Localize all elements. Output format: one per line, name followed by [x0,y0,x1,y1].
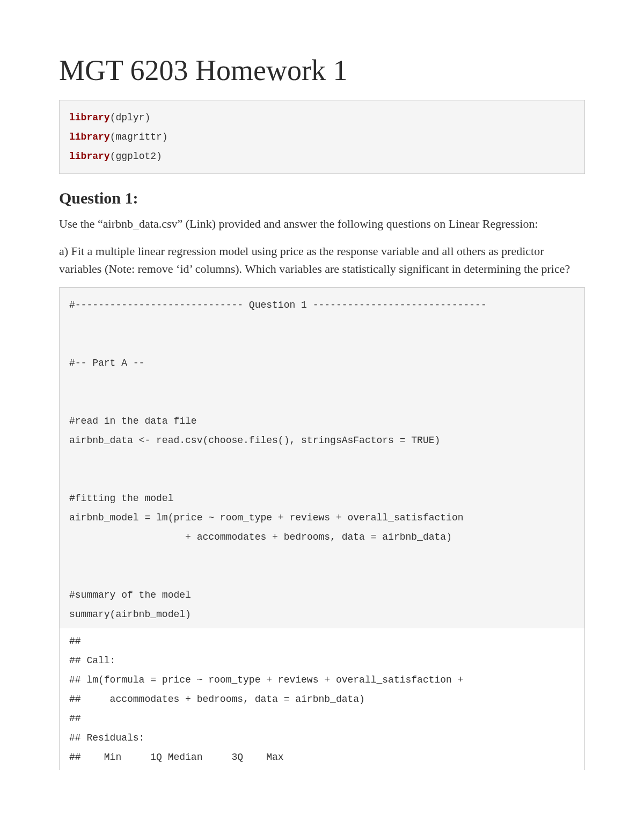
comment-part-a: #-- Part A -- [69,358,144,368]
code-lm-line1: airbnb_model = lm(price ~ room_type + re… [69,512,464,523]
pkg-magrittr: (magrittr) [110,132,168,142]
output-block: ## ## Call: ## lm(formula = price ~ room… [59,628,585,770]
pkg-ggplot2: (ggplot2) [110,151,162,162]
library-code-block: library(dplyr) library(magrittr) library… [59,100,585,174]
output-line: ## [69,636,86,647]
document-title: MGT 6203 Homework 1 [59,54,585,87]
code-lm-line2: + accommodates + bedrooms, data = airbnb… [69,532,452,542]
question-1-code-block: #----------------------------- Question … [59,287,585,628]
keyword-library: library [69,112,110,123]
keyword-library: library [69,151,110,162]
output-line: ## Min 1Q Median 3Q Max [69,752,289,763]
keyword-library: library [69,132,110,142]
output-line: ## [69,713,86,724]
question-1-heading: Question 1: [59,189,585,207]
output-line: ## Residuals: [69,733,144,743]
code-read-csv: airbnb_data <- read.csv(choose.files(), … [69,435,411,446]
output-line: ## accommodates + bedrooms, data = airbn… [69,694,365,705]
pkg-dplyr: (dplyr) [110,112,151,123]
comment-read-data: #read in the data file [69,416,197,426]
question-1-part-a: a) Fit a multiple linear regression mode… [59,242,585,278]
comment-summary: #summary of the model [69,590,191,600]
comment-fitting-model: #fitting the model [69,493,173,504]
comment-q1-divider: #----------------------------- Question … [69,300,487,310]
question-1-intro: Use the “airbnb_data.csv” (Link) provide… [59,215,585,233]
const-true: TRUE [411,435,434,446]
output-line: ## Call: [69,655,115,666]
output-line: ## lm(formula = price ~ room_type + revi… [69,675,469,685]
code-summary-call: summary(airbnb_model) [69,609,191,620]
code-read-csv-close: ) [435,435,441,446]
